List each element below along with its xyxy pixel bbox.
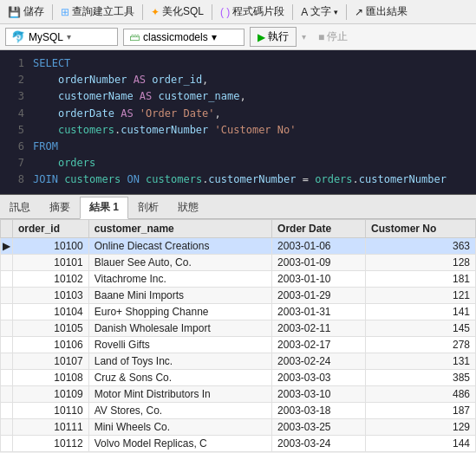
- cell-customer-no: 486: [365, 385, 475, 402]
- text-icon: A: [301, 6, 308, 18]
- tab-messages[interactable]: 訊息: [0, 197, 40, 218]
- cell-order-date: 2003-03-03: [272, 369, 366, 385]
- connection-value: MySQL: [29, 31, 63, 43]
- table-row[interactable]: 10104Euro+ Shopping Channe2003-01-31141: [1, 303, 476, 320]
- cell-customer-no: 363: [365, 237, 475, 254]
- text-button[interactable]: A 文字 ▾: [297, 3, 342, 21]
- row-indicator: [1, 287, 13, 303]
- cell-order-date: 2003-01-31: [272, 303, 366, 320]
- cell-order-id: 10102: [13, 270, 89, 287]
- run-sep: ▾: [302, 32, 306, 42]
- cell-customer-no: 121: [365, 287, 475, 303]
- stop-button[interactable]: ■ 停止: [311, 28, 355, 46]
- cell-customer-no: 145: [365, 320, 475, 336]
- table-header-row: order_id customer_name Order Date Custom…: [1, 219, 476, 237]
- cell-customer-name: Rovelli Gifts: [88, 336, 271, 353]
- stop-icon: ■: [318, 31, 324, 43]
- cell-customer-no: 131: [365, 353, 475, 369]
- tab-result1[interactable]: 結果 1: [80, 197, 128, 219]
- save-button[interactable]: 💾 儲存: [3, 3, 49, 21]
- tab-status[interactable]: 狀態: [168, 197, 208, 218]
- line-num-8: 8: [7, 171, 24, 188]
- cell-order-date: 2003-01-10: [272, 270, 366, 287]
- export-button[interactable]: ↗ 匯出結果: [350, 3, 412, 21]
- snippet-icon: ( ): [220, 6, 230, 18]
- connection-select[interactable]: 🐬 MySQL ▾: [5, 28, 118, 46]
- line-num-1: 1: [7, 55, 24, 72]
- cell-customer-no: 128: [365, 254, 475, 270]
- cell-order-date: 2003-01-29: [272, 287, 366, 303]
- table-row[interactable]: 10109Motor Mint Distributors In2003-03-1…: [1, 385, 476, 402]
- cell-customer-no: 129: [365, 418, 475, 435]
- table-row[interactable]: ▶10100Online Diecast Creations2003-01-06…: [1, 237, 476, 254]
- line-num-5: 5: [7, 122, 24, 139]
- cell-customer-name: Euro+ Shopping Channe: [88, 303, 271, 320]
- row-indicator: [1, 402, 13, 418]
- col-customer-name[interactable]: customer_name: [88, 219, 271, 237]
- line-num-6: 6: [7, 139, 24, 155]
- cell-customer-no: 385: [365, 369, 475, 385]
- row-indicator: [1, 385, 13, 402]
- table-row[interactable]: 10105Danish Wholesale Import2003-02-1114…: [1, 320, 476, 336]
- conn-arrow-icon: ▾: [67, 32, 71, 42]
- sql-line-1: 1 SELECT: [0, 55, 476, 72]
- row-indicator: ▶: [1, 237, 13, 254]
- table-row[interactable]: 10111Mini Wheels Co.2003-03-25129: [1, 418, 476, 435]
- tab-summary[interactable]: 摘要: [40, 197, 80, 218]
- text-chevron-icon: ▾: [334, 8, 338, 16]
- cell-customer-no: 187: [365, 402, 475, 418]
- beautify-button[interactable]: ✦ 美化SQL: [147, 3, 208, 21]
- cell-customer-name: Motor Mint Distributors In: [88, 385, 271, 402]
- line-num-7: 7: [7, 155, 24, 171]
- table-row[interactable]: 10102Vitachrome Inc.2003-01-10181: [1, 270, 476, 287]
- cell-order-date: 2003-01-09: [272, 254, 366, 270]
- table-row[interactable]: 10106Rovelli Gifts2003-02-17278: [1, 336, 476, 353]
- cell-customer-name: Volvo Model Replicas, C: [88, 435, 271, 451]
- table-row[interactable]: 10101Blauer See Auto, Co.2003-01-09128: [1, 254, 476, 270]
- toolbar-sep-2: [142, 4, 143, 20]
- query-builder-button[interactable]: ⊞ 查詢建立工具: [56, 3, 139, 21]
- cell-order-date: 2003-03-18: [272, 402, 366, 418]
- stop-label: 停止: [327, 29, 348, 44]
- cell-order-id: 10100: [13, 237, 89, 254]
- table-row[interactable]: 10110AV Stores, Co.2003-03-18187: [1, 402, 476, 418]
- table-row[interactable]: 10112Volvo Model Replicas, C2003-03-2414…: [1, 435, 476, 451]
- row-indicator: [1, 336, 13, 353]
- col-customer-no[interactable]: Customer No: [365, 219, 475, 237]
- db-arrow-icon: ▾: [212, 31, 217, 43]
- run-button[interactable]: ▶ 執行: [250, 27, 297, 47]
- row-indicator: [1, 369, 13, 385]
- cell-order-id: 10111: [13, 418, 89, 435]
- table-row[interactable]: 10107Land of Toys Inc.2003-02-24131: [1, 353, 476, 369]
- cell-order-id: 10101: [13, 254, 89, 270]
- results-table: order_id customer_name Order Date Custom…: [0, 219, 476, 452]
- cell-order-date: 2003-03-25: [272, 418, 366, 435]
- tab-profile[interactable]: 剖析: [128, 197, 168, 218]
- result-tabs: 訊息 摘要 結果 1 剖析 狀態: [0, 195, 476, 219]
- sql-line-7: 7 orders: [0, 155, 476, 171]
- toolbar-sep-1: [52, 4, 53, 20]
- row-indicator: [1, 418, 13, 435]
- sql-editor[interactable]: 1 SELECT 2 orderNumber AS order_id, 3 cu…: [0, 50, 476, 195]
- cell-order-date: 2003-02-24: [272, 353, 366, 369]
- cell-customer-name: Baane Mini Imports: [88, 287, 271, 303]
- export-label: 匯出結果: [366, 4, 408, 19]
- snippet-button[interactable]: ( ) 程式碼片段: [216, 3, 289, 21]
- col-order-id[interactable]: order_id: [13, 219, 89, 237]
- cell-customer-name: Online Diecast Creations: [88, 237, 271, 254]
- cell-order-id: 10105: [13, 320, 89, 336]
- sql-line-3: 3 customerName AS customer_name,: [0, 88, 476, 105]
- cell-order-date: 2003-02-17: [272, 336, 366, 353]
- col-order-date[interactable]: Order Date: [272, 219, 366, 237]
- cell-customer-no: 141: [365, 303, 475, 320]
- cell-customer-name: Mini Wheels Co.: [88, 418, 271, 435]
- table-row[interactable]: 10108Cruz & Sons Co.2003-03-03385: [1, 369, 476, 385]
- database-select[interactable]: 🗃 classicmodels ▾: [123, 29, 245, 46]
- row-indicator: [1, 320, 13, 336]
- beautify-icon: ✦: [151, 6, 160, 18]
- cell-order-id: 10112: [13, 435, 89, 451]
- query-icon: ⊞: [61, 6, 69, 18]
- toolbar: 💾 儲存 ⊞ 查詢建立工具 ✦ 美化SQL ( ) 程式碼片段 A 文字 ▾ ↗…: [0, 0, 476, 24]
- cell-customer-name: Land of Toys Inc.: [88, 353, 271, 369]
- table-row[interactable]: 10103Baane Mini Imports2003-01-29121: [1, 287, 476, 303]
